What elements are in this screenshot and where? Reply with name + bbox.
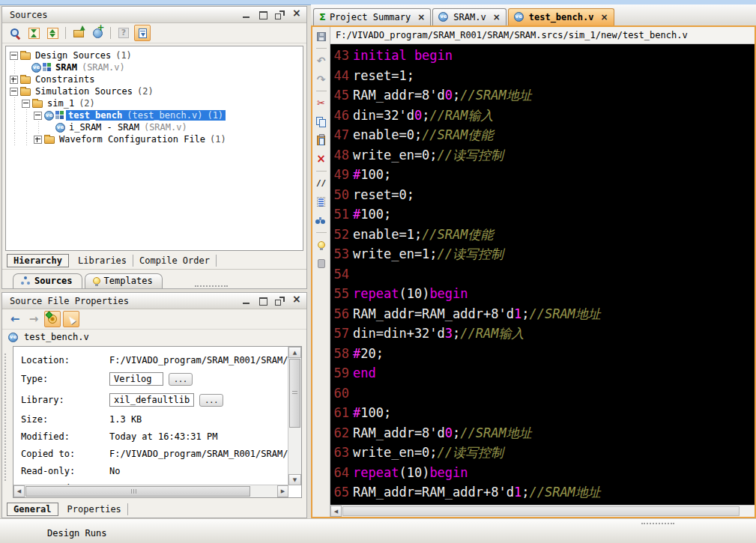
- save-button[interactable]: [314, 28, 329, 44]
- code-line-44[interactable]: 44reset=1;: [330, 66, 755, 86]
- horizontal-scroll-thumb[interactable]: [25, 486, 250, 497]
- code-line-50[interactable]: 50reset=0;: [330, 185, 755, 205]
- tree-item-sram[interactable]: SRAM(SRAM.v): [9, 61, 303, 73]
- collapse-all-button[interactable]: [25, 25, 42, 41]
- properties-vertical-scrollbar[interactable]: ▲ ▼: [288, 347, 301, 485]
- code-line-56[interactable]: 56RAM_addr=RAM_addr+8'd1;//SRAM地址: [330, 304, 755, 324]
- tab-libraries[interactable]: Libraries: [72, 255, 133, 267]
- help-button[interactable]: [115, 25, 132, 41]
- horizontal-scroll-thumb[interactable]: [342, 506, 740, 516]
- code-line-65[interactable]: 65RAM_addr=RAM_addr+8'd1;//SRAM地址: [330, 482, 755, 503]
- copy-button[interactable]: [314, 114, 329, 130]
- expand-icon[interactable]: [34, 136, 42, 144]
- scroll-left-icon[interactable]: ◀: [13, 485, 25, 497]
- code-line-54[interactable]: 54: [330, 264, 755, 285]
- collapse-icon[interactable]: [34, 112, 42, 120]
- expand-icon[interactable]: [10, 76, 18, 84]
- maximize-button[interactable]: [258, 296, 269, 306]
- tab-general[interactable]: General: [7, 503, 58, 516]
- code-line-46[interactable]: 46din=32'd0;//RAM输入: [330, 106, 755, 126]
- indent-button[interactable]: [314, 194, 329, 210]
- minimize-button[interactable]: [241, 10, 252, 19]
- collapse-icon[interactable]: [22, 100, 30, 108]
- code-line-58[interactable]: 58#20;: [330, 344, 755, 364]
- code-line-52[interactable]: 52enable=1;//SRAM使能: [330, 225, 755, 245]
- cut-button[interactable]: [314, 95, 329, 111]
- properties-panel-titlebar[interactable]: Source File Properties: [2, 293, 306, 309]
- maximize-button[interactable]: [258, 10, 269, 19]
- dock-button[interactable]: [134, 25, 151, 41]
- open-file-button[interactable]: [70, 25, 87, 41]
- undo-button[interactable]: [314, 52, 329, 68]
- light-bulb-button[interactable]: [314, 237, 329, 252]
- sources-tree[interactable]: Design Sources(1)SRAM(SRAM.v)Constraints…: [5, 46, 303, 251]
- tree-item-test-bench[interactable]: test_bench(test_bench.v)(1): [9, 109, 303, 121]
- tree-item-i-sram-sram[interactable]: i_SRAM - SRAM(SRAM.v): [9, 121, 303, 133]
- splitter-handle[interactable]: [195, 285, 228, 287]
- tab-properties[interactable]: Properties: [61, 503, 128, 515]
- editor-tab-sram-v[interactable]: SRAM.v: [432, 8, 506, 25]
- editor-horizontal-scrollbar[interactable]: ◀: [330, 505, 755, 517]
- code-line-59[interactable]: 59end: [330, 363, 755, 383]
- expand-all-button[interactable]: [44, 25, 61, 41]
- minimize-button[interactable]: [241, 296, 252, 306]
- close-button[interactable]: [291, 296, 302, 306]
- tab-hierarchy[interactable]: Hierarchy: [7, 254, 69, 267]
- redo-button[interactable]: [314, 71, 329, 87]
- find-replace-button[interactable]: [314, 213, 329, 228]
- collapse-icon[interactable]: [10, 88, 18, 96]
- code-line-64[interactable]: 64repeat(10)begin: [330, 463, 755, 483]
- properties-horizontal-scrollbar[interactable]: ◀ ▶: [13, 485, 288, 497]
- tab-sources[interactable]: Sources: [13, 273, 82, 288]
- close-button[interactable]: [291, 10, 302, 19]
- vertical-scroll-thumb[interactable]: [289, 359, 300, 428]
- browse-button[interactable]: ...: [199, 394, 223, 407]
- comment-button[interactable]: [314, 175, 329, 191]
- property-input[interactable]: xil_defaultlib: [109, 393, 194, 407]
- snippets-button[interactable]: [314, 255, 329, 271]
- tab-close-icon[interactable]: [493, 13, 501, 21]
- code-line-57[interactable]: 57din=din+32'd3;//RAM输入: [330, 324, 755, 344]
- tree-item-design-sources[interactable]: Design Sources(1): [9, 49, 303, 61]
- code-area[interactable]: 43initial begin44reset=1;45RAM_addr=8'd0…: [330, 44, 755, 505]
- delete-button[interactable]: [314, 151, 329, 167]
- sources-panel-titlebar[interactable]: Sources: [2, 7, 306, 23]
- editor-tab-project-summary[interactable]: Project Summary: [313, 8, 431, 25]
- float-button[interactable]: [274, 296, 285, 306]
- forward-button[interactable]: [25, 311, 42, 327]
- tab-compile-order[interactable]: Compile Order: [133, 255, 217, 267]
- collapse-icon[interactable]: [10, 52, 18, 60]
- settings-gear-button[interactable]: [44, 311, 61, 327]
- code-line-60[interactable]: 60: [330, 383, 755, 404]
- code-line-43[interactable]: 43initial begin: [330, 46, 755, 66]
- code-line-61[interactable]: 61#100;: [330, 403, 755, 423]
- browse-button[interactable]: ...: [169, 373, 193, 386]
- back-button[interactable]: [7, 311, 23, 327]
- splitter-dots-vertical[interactable]: [4, 354, 6, 481]
- code-line-45[interactable]: 45RAM_addr=8'd0;//SRAM地址: [330, 85, 755, 106]
- tree-item-simulation-sources[interactable]: Simulation Sources(2): [9, 85, 303, 97]
- code-line-47[interactable]: 47enable=0;//SRAM使能: [330, 125, 755, 145]
- search-button[interactable]: [7, 25, 23, 41]
- code-line-53[interactable]: 53write_en=1;//读写控制: [330, 244, 755, 264]
- paste-button[interactable]: [314, 133, 329, 148]
- code-line-48[interactable]: 48write_en=0;//读写控制: [330, 145, 755, 166]
- code-line-62[interactable]: 62RAM_addr=8'd0;//SRAM地址: [330, 423, 755, 443]
- tree-item-waveform-configuration-file[interactable]: Waveform Configuration File(1): [9, 133, 303, 145]
- float-button[interactable]: [274, 10, 285, 19]
- code-line-51[interactable]: 51#100;: [330, 204, 755, 225]
- tree-item-constraints[interactable]: Constraints: [9, 73, 303, 85]
- property-input[interactable]: Verilog: [109, 372, 163, 386]
- code-line-63[interactable]: 63write_en=0;//读写控制: [330, 443, 755, 463]
- scroll-up-icon[interactable]: ▲: [288, 347, 301, 358]
- tree-item-sim-1[interactable]: sim_1(2): [9, 97, 303, 109]
- tab-templates[interactable]: Templates: [85, 273, 163, 288]
- add-sources-button[interactable]: [89, 25, 106, 41]
- code-line-55[interactable]: 55repeat(10)begin: [330, 284, 755, 304]
- tab-close-icon[interactable]: [600, 13, 608, 21]
- scroll-left-icon[interactable]: ◀: [330, 506, 342, 517]
- scroll-right-icon[interactable]: ▶: [277, 485, 288, 497]
- select-cursor-button[interactable]: [63, 311, 79, 327]
- scroll-down-icon[interactable]: ▼: [288, 474, 301, 485]
- code-line-49[interactable]: 49#100;: [330, 165, 755, 185]
